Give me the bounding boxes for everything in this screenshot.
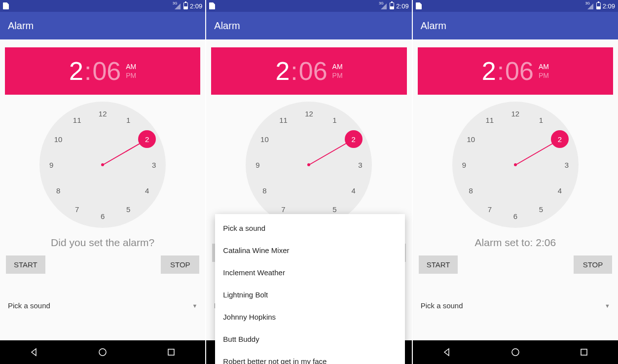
nav-bar [413,340,618,364]
clock-number-7[interactable]: 7 [483,202,497,216]
am-toggle[interactable]: AM [126,62,136,71]
prompt-text: Did you set the alarm? [5,237,200,249]
clock-number-8[interactable]: 8 [257,183,271,197]
app-bar: Alarm [0,12,205,39]
sound-option[interactable]: Lightning Bolt [215,284,404,306]
pm-toggle[interactable]: PM [332,71,343,80]
nav-home-button[interactable] [96,346,109,359]
time-hour[interactable]: 2 [275,56,290,86]
clock-number-5[interactable]: 5 [121,202,135,216]
clock-number-12[interactable]: 12 [302,107,316,120]
sound-spinner[interactable]: Pick a sound ▼ [5,297,200,314]
sd-card-icon [416,2,422,9]
clock-face[interactable]: 1212345678910112 [246,102,372,228]
clock-number-10[interactable]: 10 [464,132,478,146]
clock-number-6[interactable]: 6 [509,209,522,223]
clock-number-8[interactable]: 8 [464,183,478,197]
clock-number-4[interactable]: 4 [347,183,361,197]
phone-screen-1: 2:09 Alarm 2 : 06 AM PM 1212345678910112… [0,0,205,364]
clock-number-9[interactable]: 9 [44,158,58,172]
time-hour[interactable]: 2 [69,56,83,86]
status-time: 2:09 [396,2,408,10]
time-minute[interactable]: 06 [505,56,534,86]
sd-card-icon [3,2,9,9]
status-bar: 2:09 [413,0,618,12]
clock-number-9[interactable]: 9 [251,158,264,172]
svg-rect-1 [168,349,174,355]
clock-selected-hour[interactable]: 2 [138,130,156,148]
am-toggle[interactable]: AM [332,62,343,71]
sound-option[interactable]: Pick a sound [215,217,404,239]
clock-number-12[interactable]: 12 [509,107,522,120]
sound-option[interactable]: Johnny Hopkins [215,306,404,328]
clock-number-1[interactable]: 1 [534,113,548,127]
signal-icon [587,2,594,9]
app-bar: Alarm [413,12,618,39]
time-minute[interactable]: 06 [299,56,327,86]
app-title: Alarm [421,20,446,32]
sound-option[interactable]: Robert better not get in my face [215,350,404,364]
clock-number-1[interactable]: 1 [327,113,341,127]
start-button[interactable]: START [419,255,458,274]
clock-number-9[interactable]: 9 [457,158,471,172]
nav-back-button[interactable] [440,346,453,359]
clock-number-11[interactable]: 11 [483,113,497,127]
signal-icon [175,2,182,9]
time-display[interactable]: 2 : 06 AM PM [5,47,200,95]
start-button[interactable]: START [6,255,45,274]
nav-recent-button[interactable] [578,346,590,359]
clock-number-3[interactable]: 3 [147,158,161,172]
battery-icon [183,2,188,9]
clock-selected-hour[interactable]: 2 [551,130,569,148]
prompt-text: Alarm set to: 2:06 [418,237,613,249]
clock-number-6[interactable]: 6 [96,209,109,223]
clock-number-12[interactable]: 12 [96,107,109,120]
app-title: Alarm [8,20,34,32]
pm-toggle[interactable]: PM [539,71,549,80]
chevron-down-icon: ▼ [605,303,610,309]
status-time: 2:09 [190,2,202,10]
clock-number-10[interactable]: 10 [257,132,271,146]
stop-button[interactable]: STOP [161,255,199,274]
clock-number-3[interactable]: 3 [353,158,367,172]
clock-number-1[interactable]: 1 [121,113,135,127]
am-toggle[interactable]: AM [539,62,549,71]
clock-face[interactable]: 1212345678910112 [39,102,166,228]
clock-face[interactable]: 1212345678910112 [452,102,579,228]
phone-screen-2: 2:09 Alarm 2 : 06 AM PM 1212345678910112… [206,0,411,364]
clock-number-4[interactable]: 4 [553,183,567,197]
signal-icon [381,2,388,9]
clock-number-3[interactable]: 3 [560,158,574,172]
sd-card-icon [209,2,215,9]
time-minute[interactable]: 06 [92,56,121,86]
svg-point-0 [99,349,106,356]
time-display[interactable]: 2 : 06 AM PM [418,47,613,95]
pm-toggle[interactable]: PM [126,71,136,80]
clock-number-4[interactable]: 4 [140,183,154,197]
app-title: Alarm [214,20,240,32]
stop-button[interactable]: STOP [574,255,612,274]
sound-spinner[interactable]: Pick a sound ▼ [418,297,613,314]
nav-home-button[interactable] [509,346,522,359]
clock-number-10[interactable]: 10 [51,132,65,146]
svg-rect-5 [581,349,587,355]
clock-number-7[interactable]: 7 [70,202,84,216]
sound-option[interactable]: Butt Buddy [215,328,404,350]
nav-recent-button[interactable] [165,346,178,359]
nav-bar [0,340,205,364]
sound-option[interactable]: Inclement Weather [215,261,404,284]
time-display[interactable]: 2 : 06 AM PM [211,47,406,95]
time-hour[interactable]: 2 [482,56,496,86]
nav-back-button[interactable] [28,346,40,359]
clock-number-11[interactable]: 11 [276,113,290,127]
clock-center-dot [101,163,104,166]
clock-number-11[interactable]: 11 [70,113,84,127]
status-bar: 2:09 [0,0,205,12]
svg-point-4 [512,349,519,356]
spinner-value: Pick a sound [8,301,50,310]
clock-number-8[interactable]: 8 [51,183,65,197]
sound-option[interactable]: Catalina Wine Mixer [215,239,404,261]
clock-number-5[interactable]: 5 [534,202,548,216]
battery-icon [596,2,601,9]
clock-selected-hour[interactable]: 2 [345,130,363,148]
